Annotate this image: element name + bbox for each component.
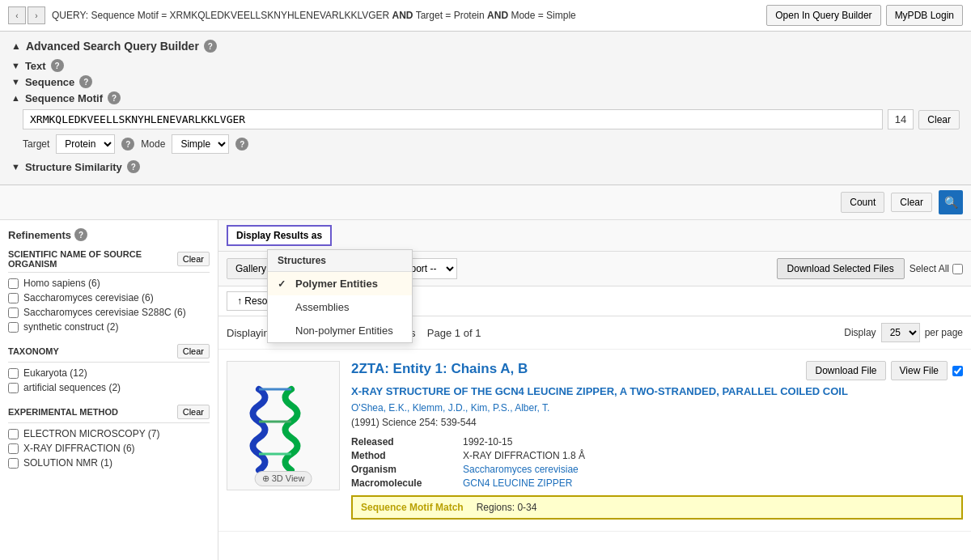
dropdown-item-non-polymer-label: Non-polymer Entities: [295, 325, 393, 337]
dropdown-item-assemblies[interactable]: Assemblies: [268, 295, 412, 319]
sequence-help-icon[interactable]: ?: [79, 75, 92, 88]
mode-select[interactable]: Simple: [172, 134, 229, 154]
display-results-as-button[interactable]: Display Results as: [227, 225, 332, 246]
builder-help-icon[interactable]: ?: [204, 40, 217, 53]
list-item: Homo sapiens (6): [8, 278, 210, 289]
sequence-motif-help-icon[interactable]: ?: [108, 91, 121, 104]
result-authors[interactable]: O'Shea, E.K., Klemm, J.D., Kim, P.S., Al…: [351, 402, 963, 414]
refinements-label: Refinements: [8, 229, 71, 241]
method-label: Method: [351, 450, 456, 461]
dropdown-structures-header: Structures: [268, 250, 412, 272]
list-item: Eukaryota (12): [8, 367, 210, 379]
sequence-motif-label: Sequence Motif: [25, 92, 103, 104]
nav-forward-button[interactable]: ›: [28, 6, 45, 24]
taxonomy-label: TAXONOMY: [8, 346, 59, 356]
text-help-icon[interactable]: ?: [51, 59, 64, 72]
view-file-button[interactable]: View File: [891, 361, 948, 380]
text-toggle[interactable]: ▼: [11, 61, 20, 70]
taxonomy-section: TAXONOMY Clear Eukaryota (12) artificial…: [8, 344, 210, 393]
xray-diffraction-label: X-RAY DIFFRACTION (6): [23, 443, 135, 454]
list-item: Saccharomyces cerevisiae S288C (6): [8, 307, 210, 318]
structure-similarity-toggle[interactable]: ▼: [11, 162, 20, 172]
dropdown-item-polymer-entities[interactable]: ✓ Polymer Entities: [268, 272, 412, 295]
homo-sapiens-checkbox[interactable]: [8, 278, 19, 289]
display-results-dropdown: Structures ✓ Polymer Entities Assemblies…: [267, 249, 413, 343]
saccharomyces-s288c-checkbox[interactable]: [8, 308, 19, 318]
seq-match-label: Sequence Motif Match: [361, 502, 464, 513]
select-all-label: Select All: [910, 263, 949, 274]
saccharomyces-s288c-label: Saccharomyces cerevisiae S288C (6): [23, 307, 186, 318]
text-label: Text: [25, 60, 46, 72]
view-3d-button[interactable]: ⊕ 3D View: [255, 471, 312, 486]
artificial-sequences-checkbox[interactable]: [8, 383, 19, 393]
experimental-method-section: EXPERIMENTAL METHOD Clear ELECTRON MICRO…: [8, 405, 210, 469]
query-and1: AND: [392, 10, 413, 21]
motif-input-row: 14 Clear: [23, 109, 960, 129]
search-clear-button[interactable]: Clear: [891, 193, 932, 212]
experimental-method-clear-button[interactable]: Clear: [177, 405, 210, 419]
organism-section: SCIENTIFIC NAME OF SOURCE ORGANISM Clear…: [8, 249, 210, 333]
search-count-row: Count Clear 🔍: [0, 185, 971, 220]
sequence-section-row: ▼ Sequence ?: [11, 75, 960, 88]
download-file-button[interactable]: Download File: [806, 361, 885, 380]
mode-label: Mode: [141, 138, 165, 150]
result-meta: Released 1992-10-15 Method X-RAY DIFFRAC…: [351, 436, 963, 489]
result-title-link[interactable]: 2ZTA: Entity 1: Chains A, B: [351, 361, 528, 377]
target-select[interactable]: Protein: [56, 134, 115, 154]
refinements-help-icon[interactable]: ?: [74, 228, 87, 241]
builder-collapse-arrow[interactable]: ▲: [11, 40, 21, 52]
eukaryota-checkbox[interactable]: [8, 368, 19, 379]
list-item: X-RAY DIFFRACTION (6): [8, 443, 210, 454]
text-section-row: ▼ Text ?: [11, 59, 960, 72]
taxonomy-section-title: TAXONOMY Clear: [8, 344, 210, 363]
artificial-sequences-label: artificial sequences (2): [23, 382, 121, 393]
query-text: QUERY: Sequence Motif = XRMKQLEDKVEELLSK…: [52, 10, 760, 21]
electron-microscopy-checkbox[interactable]: [8, 429, 19, 439]
list-item: artificial sequences (2): [8, 382, 210, 393]
protein-structure-svg: [235, 373, 332, 478]
taxonomy-clear-button[interactable]: Clear: [177, 344, 210, 358]
search-button[interactable]: 🔍: [939, 190, 963, 214]
table-row: ⊕ 3D View 2ZTA: Entity 1: Chains A, B Do…: [218, 350, 971, 532]
top-buttons: Open In Query Builder MyPDB Login: [766, 5, 963, 26]
homo-sapiens-label: Homo sapiens (6): [23, 278, 100, 289]
released-label: Released: [351, 436, 456, 448]
list-item: synthetic construct (2): [8, 321, 210, 333]
per-page-label: per page: [925, 327, 963, 338]
page-text: Page 1 of 1: [427, 327, 481, 339]
structure-similarity-row: ▼ Structure Similarity ?: [11, 160, 960, 173]
dropdown-item-non-polymer[interactable]: Non-polymer Entities: [268, 319, 412, 342]
dropdown-item-assemblies-label: Assemblies: [295, 301, 349, 313]
count-button[interactable]: Count: [841, 192, 884, 213]
results-area: Display Results as Structures ✓ Polymer …: [218, 220, 971, 560]
saccharomyces-checkbox[interactable]: [8, 293, 19, 303]
released-value: 1992-10-15: [463, 436, 963, 448]
electron-microscopy-label: ELECTRON MICROSCOPY (7): [23, 428, 159, 439]
select-all-checkbox[interactable]: [952, 264, 963, 274]
mypdb-login-button[interactable]: MyPDB Login: [886, 5, 963, 26]
motif-options: Target Protein ? Mode Simple ?: [23, 134, 960, 154]
xray-diffraction-checkbox[interactable]: [8, 443, 19, 454]
synthetic-construct-checkbox[interactable]: [8, 322, 19, 333]
organism-section-title: SCIENTIFIC NAME OF SOURCE ORGANISM Clear: [8, 249, 210, 273]
result-select-checkbox[interactable]: [952, 366, 963, 376]
motif-clear-button[interactable]: Clear: [918, 110, 960, 129]
solution-nmr-checkbox[interactable]: [8, 458, 19, 469]
target-help-icon[interactable]: ?: [121, 138, 134, 151]
download-selected-button[interactable]: Download Selected Files: [777, 258, 905, 279]
organism-link[interactable]: Saccharomyces cerevisiae: [463, 464, 963, 475]
list-item: ELECTRON MICROSCOPY (7): [8, 428, 210, 439]
sequence-motif-toggle[interactable]: ▲: [11, 93, 20, 103]
macromolecule-link[interactable]: GCN4 LEUCINE ZIPPER: [463, 477, 963, 489]
query-target: Target = Protein: [416, 10, 485, 21]
nav-back-button[interactable]: ‹: [8, 6, 26, 24]
result-image: ⊕ 3D View: [227, 361, 340, 490]
result-subtitle[interactable]: X-RAY STRUCTURE OF THE GCN4 LEUCINE ZIPP…: [351, 385, 963, 397]
open-query-builder-button[interactable]: Open In Query Builder: [766, 5, 880, 26]
structure-similarity-help-icon[interactable]: ?: [127, 160, 140, 173]
mode-help-icon[interactable]: ?: [235, 138, 248, 151]
organism-clear-button[interactable]: Clear: [177, 252, 210, 266]
sequence-toggle[interactable]: ▼: [11, 77, 20, 87]
per-page-select[interactable]: 25: [881, 323, 920, 342]
motif-input[interactable]: [23, 109, 883, 129]
